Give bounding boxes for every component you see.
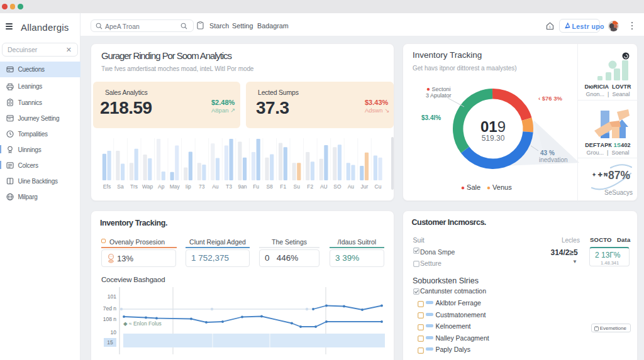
svg-text:T3: T3 [226, 183, 232, 190]
svg-text:S8: S8 [266, 183, 273, 190]
svg-text:F2: F2 [307, 183, 313, 190]
svg-text:Trs: Trs [130, 183, 138, 190]
svg-text:Iip: Iip [186, 183, 191, 190]
svg-text:ነ: ነ [549, 25, 551, 29]
svg-text:Ap: Ap [158, 183, 165, 190]
svg-text:Sa: Sa [117, 183, 124, 190]
svg-text:9an: 9an [238, 183, 247, 190]
svg-text:AU: AU [320, 183, 328, 190]
svg-text:101: 101 [108, 293, 116, 300]
svg-text:Efs: Efs [103, 183, 111, 190]
svg-text:Cu: Cu [375, 183, 382, 190]
svg-text:73: 73 [199, 183, 205, 190]
svg-text:SO: SO [333, 183, 341, 190]
svg-text:◆ ≈ Enlon Folus: ◆ ≈ Enlon Folus [123, 320, 162, 327]
svg-text:108 n: 108 n [103, 316, 117, 322]
svg-text:15: 15 [107, 339, 113, 346]
svg-text:F1: F1 [280, 183, 286, 190]
svg-text:7ed n: 7ed n [103, 305, 117, 312]
svg-text:Su: Su [293, 183, 300, 190]
svg-text:Au: Au [212, 183, 219, 190]
svg-text:Au: Au [348, 183, 355, 190]
svg-text:10: 10 [111, 329, 117, 335]
svg-text:Wap: Wap [142, 183, 153, 190]
svg-text:Jur: Jur [360, 183, 368, 190]
svg-text:May: May [170, 183, 180, 190]
svg-text:Fu: Fu [253, 183, 259, 190]
